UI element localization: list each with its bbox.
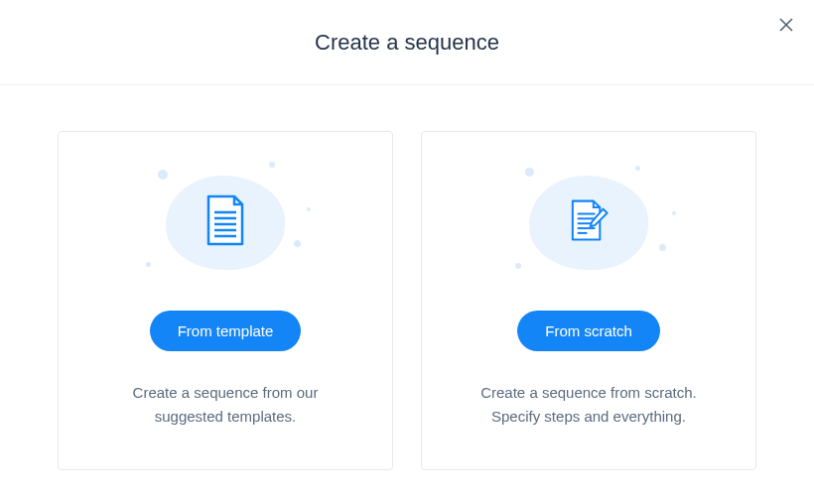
scratch-illustration (489, 158, 688, 287)
document-edit-icon (568, 194, 610, 250)
modal-title: Create a sequence (315, 30, 499, 56)
from-scratch-button[interactable]: From scratch (517, 311, 660, 351)
template-illustration (126, 158, 325, 287)
document-icon (204, 194, 246, 250)
modal-header: Create a sequence (0, 0, 814, 85)
template-description: Create a sequence from our suggested tem… (96, 381, 354, 429)
option-card-scratch: From scratch Create a sequence from scra… (421, 131, 756, 470)
from-template-button[interactable]: From template (150, 311, 302, 351)
options-container: From template Create a sequence from our… (0, 85, 814, 470)
close-button[interactable] (774, 14, 798, 38)
option-card-template: From template Create a sequence from our… (58, 131, 393, 470)
scratch-description: Create a sequence from scratch. Specify … (460, 381, 718, 429)
close-icon (779, 18, 793, 35)
